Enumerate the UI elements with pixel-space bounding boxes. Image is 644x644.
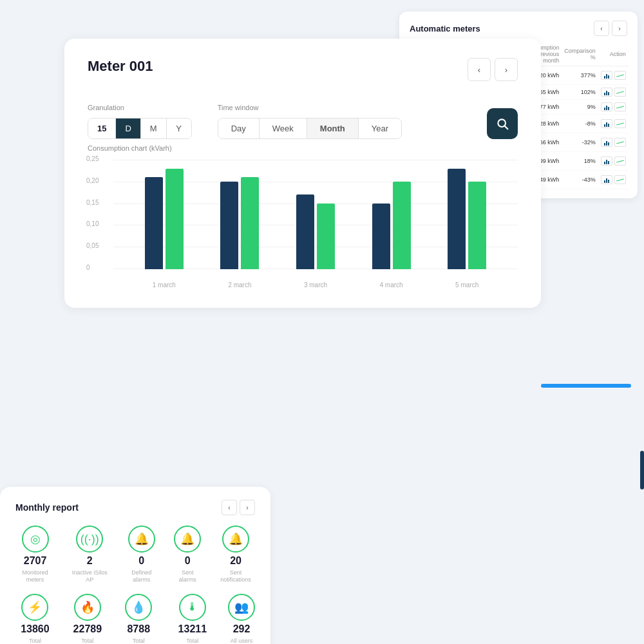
stat-label: Total Consumption Gas [70, 638, 105, 644]
stat-number: 13860 [21, 623, 50, 635]
line-chart-icon[interactable] [614, 71, 626, 80]
chart-title: Consumption chart (kVarh) [88, 144, 518, 152]
stat-icon: 🔔 [174, 526, 201, 553]
monthly-report-panel: Monthly report ‹ › ◎ 2707 Monitored mete… [0, 487, 270, 644]
granulation-group: 15 D M Y [88, 118, 192, 139]
x-labels: 1 march2 march3 march4 march5 march [113, 281, 518, 289]
bar-group [372, 182, 411, 269]
bar-chart-icon[interactable] [601, 138, 612, 147]
x-label: 5 march [455, 281, 478, 289]
stat-label: Total Consumption Energy [15, 638, 55, 644]
bar-dark [296, 194, 314, 269]
stat-item: ◎ 2707 Monitored meters [15, 526, 55, 583]
stat-number: 22789 [73, 623, 102, 635]
stat-item: ⚡ 13860 Total Consumption Energy [15, 594, 55, 644]
stat-item: 🔔 20 Sent notifications [216, 526, 255, 583]
stat-label: Total Consumption Heating [173, 638, 213, 644]
bar-chart-icon[interactable] [601, 156, 612, 166]
time-window-group: Day Week Month Year [218, 118, 402, 139]
stat-number: 2 [87, 555, 93, 567]
stat-item: 💧 8788 Total consumption Water [120, 594, 157, 644]
stat-icon: 💧 [125, 594, 152, 621]
stat-number: 0 [185, 555, 191, 567]
gran-d[interactable]: D [116, 118, 140, 138]
col-action: Action [598, 43, 629, 66]
stat-label: Sent notifications [216, 569, 255, 583]
line-chart-icon[interactable] [614, 102, 626, 111]
gran-m[interactable]: M [141, 118, 167, 138]
tw-year[interactable]: Year [359, 118, 401, 138]
stat-item: ((·)) 2 Inactive iSilos AP [70, 526, 109, 583]
gran-number[interactable]: 15 [88, 118, 116, 138]
chart-container: 0,250,200,150,100,050 1 march2 march3 ma… [88, 160, 518, 289]
time-window-section: Time window Day Week Month Year [218, 104, 402, 139]
bar-group [448, 169, 486, 269]
bar-dark [220, 182, 238, 269]
granulation-section: Granulation 15 D M Y [88, 104, 192, 139]
stat-item: 🔔 0 Sent alarms [174, 526, 201, 583]
line-chart-icon[interactable] [614, 175, 626, 184]
bar-chart-icon[interactable] [601, 102, 612, 111]
gran-y[interactable]: Y [167, 118, 191, 138]
controls-flex: Granulation 15 D M Y Time window Day Wee… [88, 97, 518, 139]
meter-nav: ‹ › [468, 58, 518, 81]
svg-line-1 [505, 126, 508, 129]
report-next-btn[interactable]: › [240, 500, 255, 515]
stat-label: Total consumption Water [120, 638, 157, 644]
main-meter-panel: Meter 001 ‹ › Granulation 15 D M Y Time … [64, 39, 541, 308]
bars-area [113, 160, 518, 269]
tw-day[interactable]: Day [218, 118, 260, 138]
meters-prev-btn[interactable]: ‹ [594, 21, 609, 36]
x-label: 2 march [228, 281, 251, 289]
stat-icon: 🔥 [74, 594, 101, 621]
line-chart-icon[interactable] [614, 138, 626, 147]
stat-item: 🌡 13211 Total Consumption Heating [173, 594, 213, 644]
tw-month[interactable]: Month [307, 118, 359, 138]
line-chart-icon[interactable] [614, 88, 626, 97]
stat-label: Defined alarms [124, 569, 158, 583]
stat-number: 20 [230, 555, 242, 567]
report-nav: ‹ › [222, 500, 255, 515]
bar-dark [372, 204, 390, 269]
bar-chart-icon[interactable] [601, 175, 612, 184]
auto-meters-title: Automatic meters [410, 24, 480, 33]
line-chart-icon[interactable] [614, 119, 626, 128]
meter-prev-btn[interactable]: ‹ [468, 58, 491, 81]
stat-icon: ◎ [22, 526, 49, 553]
meters-next-btn[interactable]: › [612, 21, 627, 36]
bar-dark [448, 169, 466, 269]
stat-number: 2707 [24, 555, 47, 567]
bar-group [145, 169, 184, 269]
report-title: Monthly report [15, 502, 79, 513]
scrollbar-h [541, 384, 631, 388]
stat-item: 👥 292 All users [228, 594, 255, 644]
search-button[interactable] [487, 108, 518, 139]
meter-header: Meter 001 ‹ › [88, 58, 518, 81]
tw-week[interactable]: Week [260, 118, 307, 138]
stat-label: Monitored meters [15, 569, 55, 583]
stat-label: Sent alarms [174, 569, 201, 583]
bar-green [166, 169, 184, 269]
bar-green [317, 204, 335, 269]
stat-item: 🔥 22789 Total Consumption Gas [70, 594, 105, 644]
bar-dark [145, 177, 163, 269]
bar-chart-icon[interactable] [601, 88, 612, 97]
meter-next-btn[interactable]: › [495, 58, 518, 81]
stat-number: 292 [233, 623, 251, 635]
line-chart-icon[interactable] [614, 156, 626, 166]
granulation-label: Granulation [88, 104, 192, 111]
meter-title: Meter 001 [88, 58, 153, 75]
bar-group [220, 177, 259, 269]
report-header: Monthly report ‹ › [15, 500, 255, 515]
bar-chart-icon[interactable] [601, 71, 612, 80]
bar-group [296, 194, 335, 269]
report-prev-btn[interactable]: ‹ [222, 500, 237, 515]
search-icon [496, 117, 509, 130]
time-window-label: Time window [218, 104, 402, 111]
stat-icon: 🌡 [179, 594, 206, 621]
bar-chart-icon[interactable] [601, 119, 612, 128]
scrollbar-v-thumb [640, 451, 644, 489]
col-comparison: Comparison % [562, 43, 598, 66]
stat-item: 🔔 0 Defined alarms [124, 526, 158, 583]
bar-green [241, 177, 259, 269]
